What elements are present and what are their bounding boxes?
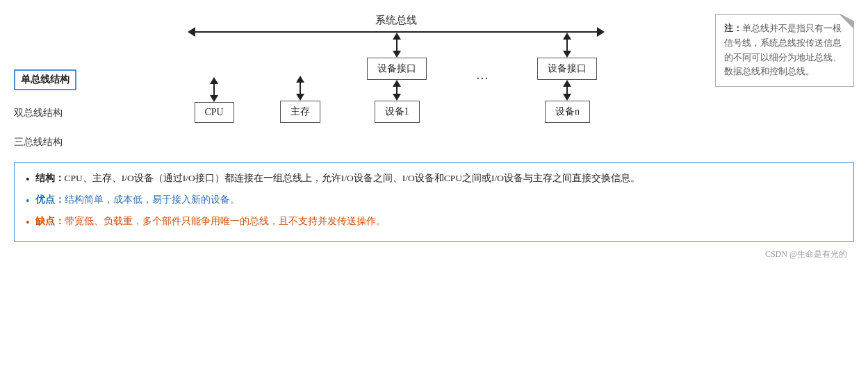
device-interface-2-arrow [563, 33, 571, 58]
footer-text: CSDN @生命是有光的 [765, 249, 847, 259]
bullet-disadvantage: • [26, 213, 30, 233]
footer: CSDN @生命是有光的 [0, 249, 868, 264]
note-text: 单总线并不是指只有一根信号线，系统总线按传送信息的不同可以细分为地址总线、数据总… [724, 23, 842, 76]
cpu-arrow [210, 77, 218, 102]
advantage-content: 结构简单，成本低，易于接入新的设备。 [65, 194, 240, 205]
arrow-vert-line [566, 40, 568, 51]
bullet-structure: • [26, 170, 30, 190]
disadvantage-label: 缺点： [35, 216, 65, 226]
arrow-up-icon [563, 33, 571, 40]
note-label: 注： [724, 23, 742, 33]
arrow-vert-line [396, 87, 398, 94]
arrow-down-icon [393, 94, 401, 101]
components-row: CPU 主存 [195, 33, 598, 123]
memory-arrow [296, 76, 304, 101]
main-container: 单总线结构 双总线结构 三总线结构 系统总线 [0, 0, 868, 379]
device-interface-2-col: 设备接口 设备n [537, 33, 597, 123]
bus-label-row: 系统总线 [195, 14, 598, 28]
note-box: 注：单总线并不是指只有一根信号线，系统总线按传送信息的不同可以细分为地址总线、数… [715, 14, 854, 87]
memory-col: 主存 [280, 76, 320, 123]
sidebar: 单总线结构 双总线结构 三总线结构 [14, 14, 76, 149]
sidebar-item-triple-bus[interactable]: 三总线结构 [14, 136, 76, 149]
advantage-label: 优点： [35, 194, 65, 205]
sidebar-item-single-bus[interactable]: 单总线结构 [14, 69, 76, 90]
arrow-down-icon [563, 51, 571, 58]
device-n-box: 设备n [545, 101, 590, 123]
cpu-col: CPU [195, 77, 234, 123]
arrow-down-icon [393, 51, 401, 58]
arrow-up-icon [393, 33, 401, 40]
disadvantage-text: 缺点：带宽低、负载重，多个部件只能争用唯一的总线，且不支持并发传送操作。 [35, 213, 386, 230]
device-interface-1-box: 设备接口 [367, 58, 427, 80]
arrow-up-icon [210, 77, 218, 84]
structure-label: 结构： [35, 173, 65, 183]
device-interface-1-col: 设备接口 设备1 [367, 33, 427, 123]
bus-title: 系统总线 [375, 14, 417, 27]
arrow-up-icon [563, 80, 571, 87]
diagram-area: 系统总线 CPU [90, 14, 701, 123]
arrow-down-icon [296, 94, 304, 101]
device-interface-1-sub-arrow [393, 80, 401, 101]
arrow-vert-line [566, 87, 568, 94]
disadvantage-content: 带宽低、负载重，多个部件只能争用唯一的总线，且不支持并发传送操作。 [65, 216, 386, 226]
advantage-item: • 优点：结构简单，成本低，易于接入新的设备。 [26, 192, 842, 212]
device-interface-2-sub-arrow [563, 80, 571, 101]
arrow-vert-line [213, 84, 215, 95]
top-section: 单总线结构 双总线结构 三总线结构 系统总线 [0, 7, 868, 155]
bullet-advantage: • [26, 192, 30, 212]
arrow-down-icon [563, 94, 571, 101]
structure-item: • 结构：CPU、主存、I/O设备（通过I/O接口）都连接在一组总线上，允许I/… [26, 170, 842, 190]
sidebar-item-dual-bus[interactable]: 双总线结构 [14, 107, 76, 119]
disadvantage-item: • 缺点：带宽低、负载重，多个部件只能争用唯一的总线，且不支持并发传送操作。 [26, 213, 842, 233]
bottom-section: • 结构：CPU、主存、I/O设备（通过I/O接口）都连接在一组总线上，允许I/… [14, 162, 854, 242]
memory-box: 主存 [280, 101, 320, 123]
structure-text: 结构：CPU、主存、I/O设备（通过I/O接口）都连接在一组总线上，允许I/O设… [35, 170, 641, 187]
advantage-text: 优点：结构简单，成本低，易于接入新的设备。 [35, 192, 240, 208]
arrow-up-icon [393, 80, 401, 87]
arrow-up-icon [296, 76, 304, 83]
arrow-down-icon [210, 95, 218, 102]
device-interface-1-arrow [393, 33, 401, 58]
device-interface-2-box: 设备接口 [537, 58, 597, 80]
cpu-box: CPU [195, 102, 234, 123]
device-1-box: 设备1 [375, 101, 420, 123]
structure-content: CPU、主存、I/O设备（通过I/O接口）都连接在一组总线上，允许I/O设备之间… [65, 173, 641, 183]
arrow-vert-line [396, 40, 398, 51]
dots-middle: … [473, 68, 491, 83]
arrow-vert-line [300, 83, 301, 94]
